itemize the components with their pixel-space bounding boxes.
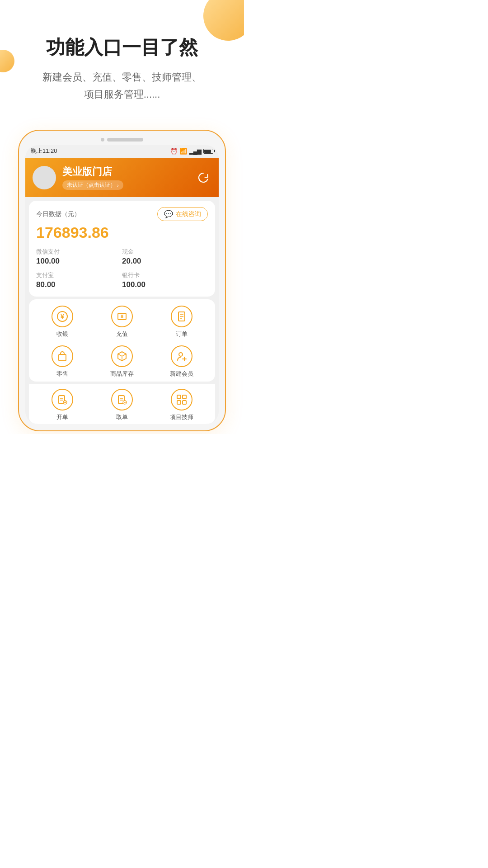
svg-rect-26 xyxy=(183,401,186,404)
recharge-icon: ¥ xyxy=(111,306,133,327)
store-badge-arrow: › xyxy=(117,183,119,188)
func-item-retail[interactable]: 零售 xyxy=(33,345,92,378)
func-item-inventory[interactable]: 商品库存 xyxy=(92,345,152,378)
payment-value-cash: 20.00 xyxy=(122,257,208,266)
func-item-cancel-order[interactable]: 取单 xyxy=(92,389,152,421)
func-item-project-tech[interactable]: 项目技师 xyxy=(152,389,211,421)
func-item-order[interactable]: 订单 xyxy=(152,306,211,338)
func-item-new-member[interactable]: 新建会员 xyxy=(152,345,211,378)
signal-icon: ▂▄▆ xyxy=(189,148,201,155)
payment-item-cash: 现金 20.00 xyxy=(122,248,208,266)
payment-item-bank: 银行卡 100.00 xyxy=(122,271,208,289)
consult-button[interactable]: 💬 在线咨询 xyxy=(157,207,208,221)
recharge-label: 充值 xyxy=(116,330,128,338)
svg-rect-25 xyxy=(177,401,181,404)
store-badge-text: 未认证（点击认证） xyxy=(67,181,116,189)
svg-rect-24 xyxy=(183,395,186,399)
data-amount: 176893.86 xyxy=(36,224,208,241)
order-label: 订单 xyxy=(176,330,188,338)
svg-text:¥: ¥ xyxy=(121,314,124,319)
inventory-label: 商品库存 xyxy=(110,370,134,378)
phone-speaker xyxy=(107,138,143,142)
payment-label-wechat: 微信支付 xyxy=(36,248,122,256)
payment-item-alipay: 支付宝 80.00 xyxy=(36,271,122,289)
retail-label: 零售 xyxy=(56,370,68,378)
open-order-icon xyxy=(52,389,73,410)
functions-grid: ¥ 收银 ¥ 充值 xyxy=(33,306,211,378)
func-item-open-order[interactable]: 开单 xyxy=(33,389,92,421)
svg-rect-23 xyxy=(177,395,181,399)
new-member-icon xyxy=(171,345,192,367)
new-member-label: 新建会员 xyxy=(170,370,193,378)
data-card-header: 今日数据（元） 💬 在线咨询 xyxy=(36,207,208,221)
wifi-icon: 📶 xyxy=(180,148,187,155)
payment-value-alipay: 80.00 xyxy=(36,280,122,289)
data-card-label: 今日数据（元） xyxy=(36,210,80,218)
store-name: 美业版门店 xyxy=(62,165,123,179)
payment-grid: 微信支付 100.00 现金 20.00 支付宝 80.00 银行卡 100.0… xyxy=(36,248,208,289)
alarm-icon: ⏰ xyxy=(170,148,178,155)
func-bottom-row: 开单 取单 xyxy=(29,384,215,424)
battery-icon xyxy=(203,149,213,154)
store-badge[interactable]: 未认证（点击认证） › xyxy=(62,180,123,190)
payment-label-alipay: 支付宝 xyxy=(36,271,122,279)
consult-label: 在线咨询 xyxy=(176,210,201,218)
status-time: 晚上11:20 xyxy=(31,147,57,155)
inventory-icon xyxy=(111,345,133,367)
store-header-left: 美业版门店 未认证（点击认证） › xyxy=(33,165,123,190)
consult-chat-icon: 💬 xyxy=(164,210,173,218)
refresh-icon[interactable] xyxy=(195,170,211,186)
retail-icon xyxy=(52,345,73,367)
payment-label-bank: 银行卡 xyxy=(122,271,208,279)
svg-rect-8 xyxy=(59,354,66,361)
svg-point-9 xyxy=(179,353,183,356)
status-bar: 晚上11:20 ⏰ 📶 ▂▄▆ xyxy=(25,145,219,158)
cancel-order-label: 取单 xyxy=(116,413,128,421)
cancel-order-icon xyxy=(111,389,133,410)
payment-label-cash: 现金 xyxy=(122,248,208,256)
status-icons: ⏰ 📶 ▂▄▆ xyxy=(170,148,213,155)
phone-mockup: 晚上11:20 ⏰ 📶 ▂▄▆ 美业版门店 xyxy=(18,130,226,431)
project-tech-icon xyxy=(171,389,192,410)
payment-item-wechat: 微信支付 100.00 xyxy=(36,248,122,266)
hero-subtitle: 新建会员、充值、零售、技师管理、 项目服务管理...... xyxy=(23,69,221,103)
payment-value-wechat: 100.00 xyxy=(36,257,122,266)
func-item-recharge[interactable]: ¥ 充值 xyxy=(92,306,152,338)
cashier-label: 收银 xyxy=(56,330,68,338)
phone-camera-dot xyxy=(101,138,104,142)
store-avatar xyxy=(33,166,56,189)
store-info: 美业版门店 未认证（点击认证） › xyxy=(62,165,123,190)
functions-card: ¥ 收银 ¥ 充值 xyxy=(29,299,215,382)
order-icon xyxy=(171,306,192,327)
func-item-cashier[interactable]: ¥ 收银 xyxy=(33,306,92,338)
cashier-icon: ¥ xyxy=(52,306,73,327)
data-card: 今日数据（元） 💬 在线咨询 176893.86 微信支付 100.00 现金 … xyxy=(29,201,215,297)
phone-notch xyxy=(25,138,219,142)
project-tech-label: 项目技师 xyxy=(170,413,193,421)
hero-title: 功能入口一目了然 xyxy=(23,36,221,59)
payment-value-bank: 100.00 xyxy=(122,280,208,289)
battery-fill xyxy=(204,150,211,153)
store-header-banner[interactable]: 美业版门店 未认证（点击认证） › xyxy=(25,158,219,197)
svg-text:¥: ¥ xyxy=(61,313,64,320)
phone-screen: 晚上11:20 ⏰ 📶 ▂▄▆ 美业版门店 xyxy=(25,145,219,424)
open-order-label: 开单 xyxy=(56,413,68,421)
